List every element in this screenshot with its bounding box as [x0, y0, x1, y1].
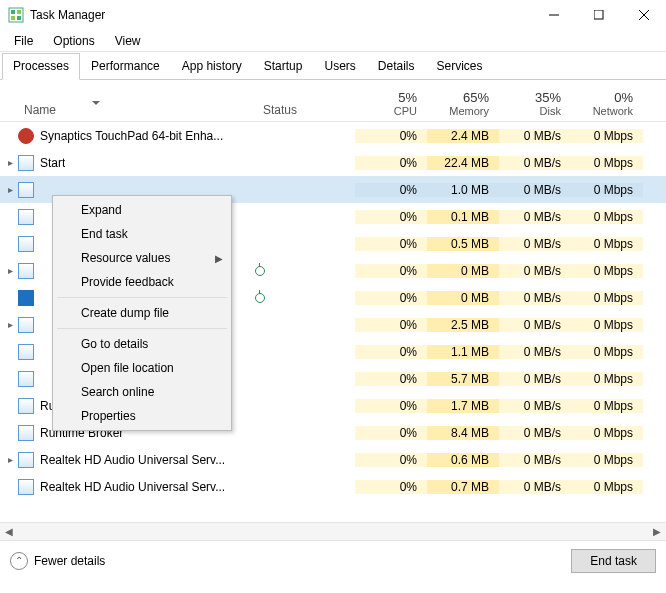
status-cell: [255, 293, 355, 303]
memory-cell: 0.6 MB: [427, 453, 499, 467]
end-task-button[interactable]: End task: [571, 549, 656, 573]
cm-open-file-location[interactable]: Open file location: [53, 356, 231, 380]
tab-app-history[interactable]: App history: [171, 53, 253, 79]
sort-chevron-icon: [92, 101, 100, 105]
expand-chevron-icon[interactable]: ▸: [4, 184, 16, 196]
cpu-cell: 0%: [355, 372, 427, 386]
eco-leaf-icon: [255, 266, 265, 276]
network-cell: 0 Mbps: [571, 318, 643, 332]
cm-end-task[interactable]: End task: [53, 222, 231, 246]
disk-cell: 0 MB/s: [499, 264, 571, 278]
table-row[interactable]: ▸Synaptics TouchPad 64-bit Enha...0%2.4 …: [0, 122, 666, 149]
cpu-cell: 0%: [355, 426, 427, 440]
disk-cell: 0 MB/s: [499, 480, 571, 494]
scroll-left-icon[interactable]: ◀: [2, 525, 16, 539]
cpu-cell: 0%: [355, 183, 427, 197]
process-icon: [18, 317, 34, 333]
cm-properties[interactable]: Properties: [53, 404, 231, 428]
scroll-right-icon[interactable]: ▶: [650, 525, 664, 539]
cpu-cell: 0%: [355, 318, 427, 332]
cpu-cell: 0%: [355, 480, 427, 494]
maximize-button[interactable]: [576, 0, 621, 30]
context-menu: Expand End task Resource values ▶ Provid…: [52, 195, 232, 431]
cm-provide-feedback[interactable]: Provide feedback: [53, 270, 231, 294]
network-cell: 0 Mbps: [571, 210, 643, 224]
memory-percent: 65%: [463, 90, 489, 105]
expand-chevron-icon[interactable]: ▸: [4, 319, 16, 331]
cm-expand[interactable]: Expand: [53, 198, 231, 222]
process-icon: [18, 371, 34, 387]
column-name[interactable]: Name: [0, 80, 255, 121]
disk-percent: 35%: [535, 90, 561, 105]
disk-label: Disk: [540, 105, 561, 117]
disk-cell: 0 MB/s: [499, 291, 571, 305]
process-icon: [18, 290, 34, 306]
menu-view[interactable]: View: [105, 32, 151, 50]
memory-cell: 0.7 MB: [427, 480, 499, 494]
memory-cell: 5.7 MB: [427, 372, 499, 386]
process-name-cell: ▸Start: [0, 155, 255, 171]
tab-processes[interactable]: Processes: [2, 53, 80, 80]
tab-startup[interactable]: Startup: [253, 53, 314, 79]
column-memory[interactable]: 65% Memory: [427, 80, 499, 121]
cm-separator: [57, 328, 227, 329]
process-icon: [18, 263, 34, 279]
tab-details[interactable]: Details: [367, 53, 426, 79]
table-row[interactable]: ▸Realtek HD Audio Universal Serv...0%0.6…: [0, 446, 666, 473]
cm-resource-values[interactable]: Resource values ▶: [53, 246, 231, 270]
cpu-cell: 0%: [355, 291, 427, 305]
app-icon: [8, 7, 24, 23]
memory-cell: 22.4 MB: [427, 156, 499, 170]
table-row[interactable]: ▸Start0%22.4 MB0 MB/s0 Mbps: [0, 149, 666, 176]
column-network[interactable]: 0% Network: [571, 80, 643, 121]
column-status[interactable]: Status: [255, 80, 355, 121]
chevron-up-icon: ⌃: [10, 552, 28, 570]
disk-cell: 0 MB/s: [499, 318, 571, 332]
minimize-button[interactable]: [531, 0, 576, 30]
network-cell: 0 Mbps: [571, 129, 643, 143]
cm-go-to-details[interactable]: Go to details: [53, 332, 231, 356]
expand-chevron-icon[interactable]: ▸: [4, 265, 16, 277]
menu-options[interactable]: Options: [43, 32, 104, 50]
window-title: Task Manager: [30, 8, 531, 22]
memory-cell: 1.1 MB: [427, 345, 499, 359]
network-percent: 0%: [614, 90, 633, 105]
cm-create-dump[interactable]: Create dump file: [53, 301, 231, 325]
network-cell: 0 Mbps: [571, 183, 643, 197]
memory-cell: 2.4 MB: [427, 129, 499, 143]
tab-users[interactable]: Users: [313, 53, 366, 79]
cpu-cell: 0%: [355, 399, 427, 413]
process-icon: [18, 452, 34, 468]
cpu-cell: 0%: [355, 345, 427, 359]
cpu-cell: 0%: [355, 237, 427, 251]
process-name: Realtek HD Audio Universal Serv...: [40, 453, 225, 467]
memory-cell: 0.1 MB: [427, 210, 499, 224]
column-disk[interactable]: 35% Disk: [499, 80, 571, 121]
memory-label: Memory: [449, 105, 489, 117]
memory-cell: 8.4 MB: [427, 426, 499, 440]
memory-cell: 0 MB: [427, 291, 499, 305]
network-cell: 0 Mbps: [571, 156, 643, 170]
tab-services[interactable]: Services: [426, 53, 494, 79]
network-cell: 0 Mbps: [571, 345, 643, 359]
fewer-details-toggle[interactable]: ⌃ Fewer details: [10, 552, 105, 570]
tab-performance[interactable]: Performance: [80, 53, 171, 79]
svg-rect-6: [594, 10, 603, 19]
menu-file[interactable]: File: [4, 32, 43, 50]
table-row[interactable]: ▸Realtek HD Audio Universal Serv...0%0.7…: [0, 473, 666, 500]
horizontal-scrollbar[interactable]: ◀ ▶: [0, 522, 666, 540]
process-icon: [18, 155, 34, 171]
process-icon: [18, 236, 34, 252]
expand-chevron-icon[interactable]: ▸: [4, 454, 16, 466]
network-cell: 0 Mbps: [571, 264, 643, 278]
svg-rect-1: [11, 10, 15, 14]
process-icon: [18, 128, 34, 144]
cpu-cell: 0%: [355, 453, 427, 467]
eco-leaf-icon: [255, 293, 265, 303]
cm-resource-values-label: Resource values: [81, 251, 170, 265]
close-button[interactable]: [621, 0, 666, 30]
column-cpu[interactable]: 5% CPU: [355, 80, 427, 121]
disk-cell: 0 MB/s: [499, 372, 571, 386]
expand-chevron-icon[interactable]: ▸: [4, 157, 16, 169]
cm-search-online[interactable]: Search online: [53, 380, 231, 404]
